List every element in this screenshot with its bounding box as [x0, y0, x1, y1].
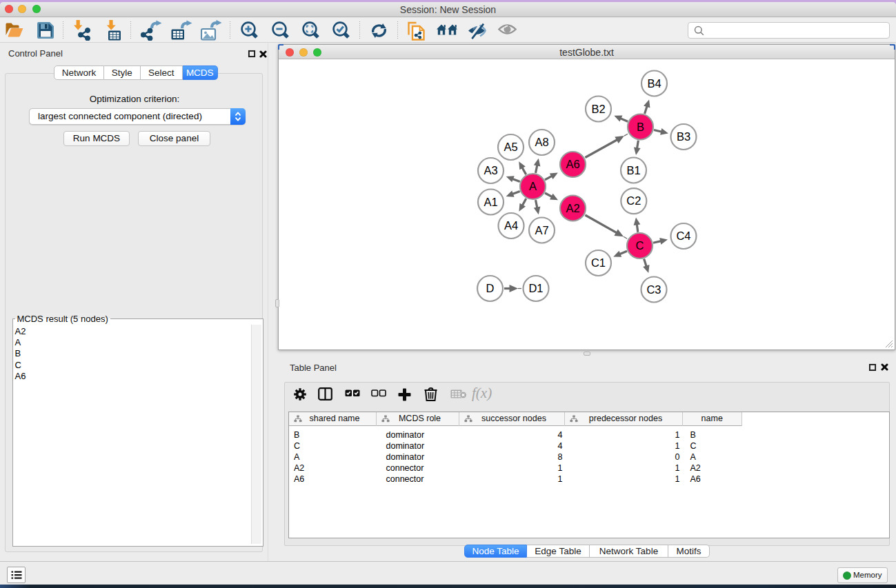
- svg-text:C4: C4: [676, 230, 690, 242]
- svg-text:B3: B3: [677, 130, 690, 143]
- svg-text:B4: B4: [647, 77, 661, 90]
- svg-text:B: B: [637, 121, 644, 133]
- svg-text:C3: C3: [646, 283, 661, 296]
- svg-text:C: C: [636, 239, 644, 252]
- svg-text:B2: B2: [591, 103, 605, 115]
- svg-text:A1: A1: [484, 196, 497, 208]
- svg-text:A2: A2: [566, 202, 579, 214]
- svg-text:A3: A3: [484, 164, 497, 176]
- svg-text:C2: C2: [626, 194, 641, 207]
- svg-text:A7: A7: [535, 224, 548, 236]
- svg-text:A: A: [529, 180, 537, 192]
- svg-text:C1: C1: [591, 256, 606, 269]
- svg-text:D: D: [486, 282, 495, 294]
- svg-text:A8: A8: [535, 136, 548, 148]
- svg-text:A6: A6: [566, 158, 579, 170]
- svg-text:B1: B1: [626, 164, 640, 176]
- svg-text:D1: D1: [528, 282, 543, 294]
- svg-text:A4: A4: [504, 219, 518, 232]
- svg-text:A5: A5: [504, 141, 517, 153]
